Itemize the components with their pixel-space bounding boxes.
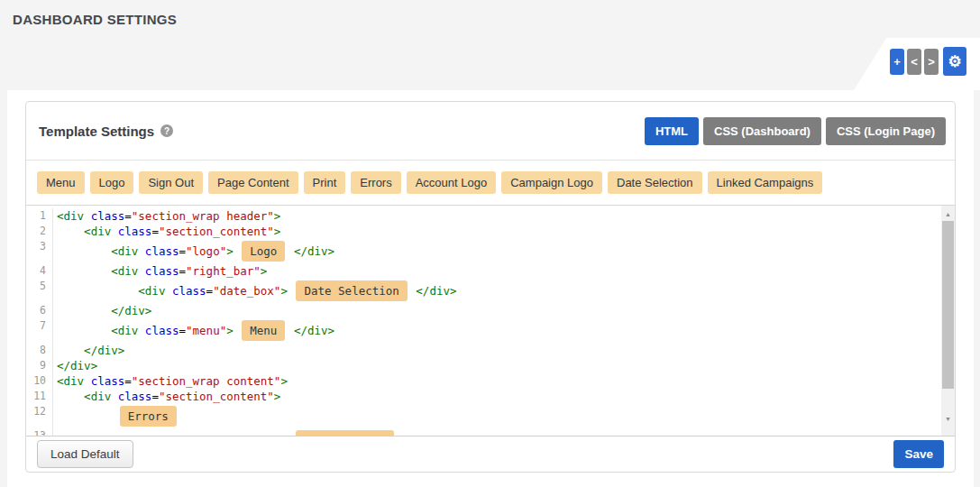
code-token [165, 283, 172, 299]
line-number: 8 [26, 343, 53, 358]
tag-chip-account-logo[interactable]: Account Logo [407, 171, 497, 194]
code-line-content: <div class="section_wrap content"> [53, 373, 288, 389]
tab-css-login-page[interactable]: CSS (Login Page) [826, 117, 946, 145]
line-number: 6 [26, 303, 53, 318]
screen: DASHBOARD SETTINGS + < > ⚙ Template Sett… [0, 0, 980, 487]
code-token: class [91, 208, 125, 224]
code-token: <div [111, 323, 138, 338]
code-token: > [280, 433, 288, 436]
code-token: <div [84, 224, 111, 239]
line-number: 9 [26, 358, 53, 373]
code-line: 6 </div> [26, 303, 941, 318]
code-token: class [145, 433, 179, 436]
tag-chip-campaign-logo[interactable]: Campaign Logo [501, 171, 602, 194]
code-token: class [91, 373, 125, 389]
code-token [396, 433, 403, 436]
tag-chips-row: MenuLogoSign OutPage ContentPrintErrorsA… [26, 161, 955, 205]
code-line: 5 <div class="date_box"> Date Selection … [26, 279, 941, 303]
code-token: <div [111, 433, 138, 436]
code-area[interactable]: 1<div class="section_wrap header">2 <div… [26, 206, 941, 436]
help-icon[interactable]: ? [160, 124, 173, 137]
code-token: class [172, 283, 206, 299]
code-token [288, 283, 295, 299]
add-button[interactable]: + [890, 49, 904, 75]
code-token: "section_wrap header" [132, 208, 274, 224]
scroll-down-arrow-icon[interactable]: ▼ [941, 414, 955, 425]
code-token [234, 244, 241, 259]
code-token [111, 224, 118, 239]
code-token: class [145, 244, 179, 259]
tab-css-dashboard[interactable]: CSS (Dashboard) [703, 117, 821, 145]
editor-scrollbar[interactable]: ▲ ▼ [941, 206, 955, 436]
code-line: 7 <div class="menu"> Menu </div> [26, 318, 941, 343]
code-line-content: <div class="section_content"> [53, 224, 280, 239]
line-number: 1 [26, 208, 53, 224]
next-button[interactable]: > [924, 49, 939, 75]
line-number: 5 [26, 279, 53, 303]
code-line: 10<div class="section_wrap content"> [26, 373, 941, 389]
code-line-content: Errors [53, 404, 179, 428]
code-token: "logo" [186, 244, 226, 259]
code-token: > [261, 263, 268, 279]
code-token: </div> [111, 303, 151, 318]
token-chip-logo[interactable]: Logo [242, 241, 285, 262]
token-chip-page-content[interactable]: Page Content [296, 430, 393, 436]
code-token: "section_content" [159, 224, 274, 239]
tag-chip-linked-campaigns[interactable]: Linked Campaigns [708, 171, 823, 194]
code-line: 9</div> [26, 358, 941, 373]
content-card: Template Settings ? HTMLCSS (Dashboard)C… [7, 90, 974, 487]
code-token: class [145, 323, 179, 338]
code-token: = [151, 389, 159, 404]
code-token: = [124, 373, 132, 389]
tag-chip-errors[interactable]: Errors [351, 171, 400, 194]
code-token: </div> [57, 358, 97, 373]
tag-chip-sign-out[interactable]: Sign Out [139, 171, 203, 194]
panel-footer: Load Default Save [26, 436, 955, 472]
code-token: = [151, 224, 159, 239]
tag-chip-date-selection[interactable]: Date Selection [608, 171, 702, 194]
gear-icon: ⚙ [948, 52, 961, 71]
scrollbar-thumb[interactable] [942, 221, 954, 389]
code-editor[interactable]: 1<div class="section_wrap header">2 <div… [26, 205, 955, 436]
code-token [138, 244, 145, 259]
tag-chip-page-content[interactable]: Page Content [208, 171, 298, 194]
tag-chip-menu[interactable]: Menu [37, 171, 85, 194]
tag-chip-print[interactable]: Print [304, 171, 346, 194]
code-token [138, 323, 145, 338]
code-token: > [226, 244, 234, 259]
code-token: </div> [402, 433, 443, 436]
code-line: 13 <div class="page_content"> Page Conte… [26, 428, 941, 436]
line-number: 7 [26, 318, 53, 343]
code-token: "right_bar" [186, 263, 261, 279]
token-chip-menu[interactable]: Menu [242, 320, 285, 341]
settings-button[interactable]: ⚙ [943, 47, 966, 76]
code-token: <div [138, 283, 165, 299]
code-token [84, 373, 91, 389]
load-default-button[interactable]: Load Default [37, 440, 133, 468]
code-line-content: <div class="section_wrap header"> [53, 208, 280, 224]
token-chip-errors[interactable]: Errors [120, 406, 177, 427]
tag-chip-logo[interactable]: Logo [90, 171, 134, 194]
page-title: DASHBOARD SETTINGS [13, 12, 177, 27]
scroll-up-arrow-icon[interactable]: ▲ [941, 209, 955, 220]
code-token: = [206, 283, 214, 299]
line-number: 12 [26, 404, 53, 428]
code-token: > [280, 283, 288, 299]
code-token: class [145, 263, 179, 279]
code-line: 2 <div class="section_content"> [26, 224, 941, 239]
code-line-content: <div class="logo"> Logo </div> [53, 239, 334, 263]
corner-toolbar: + < > ⚙ [890, 47, 966, 76]
code-line-content: </div> [53, 303, 151, 318]
tab-html[interactable]: HTML [645, 117, 699, 145]
token-chip-date-selection[interactable]: Date Selection [296, 280, 407, 301]
code-token: <div [57, 208, 84, 224]
line-number: 13 [26, 428, 53, 436]
code-token [287, 323, 294, 338]
line-number: 2 [26, 224, 53, 239]
code-line-content: <div class="section_content"> [53, 389, 280, 404]
code-token [84, 208, 91, 224]
prev-button[interactable]: < [907, 49, 921, 75]
code-line-content: <div class="page_content"> Page Content … [53, 428, 443, 436]
save-button[interactable]: Save [893, 440, 944, 468]
code-token: "menu" [186, 323, 226, 338]
